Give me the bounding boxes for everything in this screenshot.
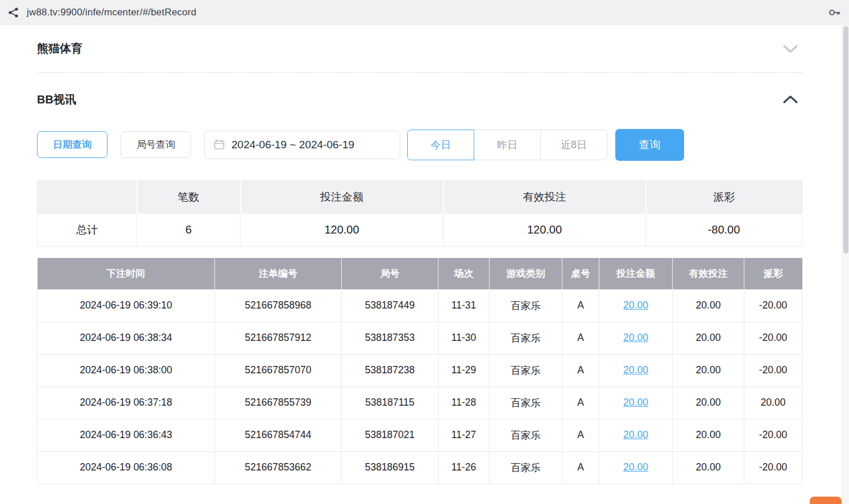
table-no-cell: A	[562, 386, 599, 419]
col-round-no: 局号	[342, 258, 438, 289]
round-no-cell: 538187021	[342, 419, 438, 451]
scrollbar-thumb[interactable]	[843, 26, 848, 253]
search-button[interactable]: 查询	[615, 129, 684, 161]
section-bb-video[interactable]: BB视讯	[37, 73, 802, 126]
today-button[interactable]: 今日	[407, 130, 474, 160]
chevron-up-icon[interactable]	[779, 93, 802, 106]
round-query-tab[interactable]: 局号查询	[121, 131, 191, 158]
summary-total-label: 总计	[38, 214, 137, 247]
table-no-cell: A	[562, 322, 599, 354]
bet-id-cell: 521667853662	[215, 451, 342, 484]
bet-time-cell: 2024-06-19 06:36:08	[38, 451, 215, 484]
session-cell: 11-31	[438, 289, 490, 322]
bet-amount-link[interactable]: 20.00	[623, 397, 648, 408]
session-cell: 11-28	[438, 386, 490, 419]
payout-cell: -20.00	[744, 419, 802, 451]
bet-time-cell: 2024-06-19 06:38:00	[38, 354, 215, 386]
records-header-row: 下注时间 注单编号 局号 场次 游戏类别 桌号 投注金额 有效投注 派彩	[38, 258, 802, 289]
table-row: 2024-06-19 06:36:08 521667853662 5381869…	[38, 451, 802, 484]
section-title-bb: BB视讯	[37, 92, 76, 107]
col-session: 场次	[438, 258, 490, 289]
bet-record-page: 熊猫体育 BB视讯 日期查询 局号查询	[0, 25, 842, 484]
quick-range-group: 今日 昨日 近8日	[407, 130, 607, 160]
summary-count-value: 6	[137, 214, 241, 247]
date-range-value: 2024-06-19 ~ 2024-06-19	[231, 139, 354, 151]
round-no-cell: 538187238	[342, 354, 438, 386]
summary-header-bet: 投注金额	[241, 181, 444, 214]
session-cell: 11-26	[438, 451, 490, 484]
payout-cell: -20.00	[744, 289, 802, 322]
bet-time-cell: 2024-06-19 06:38:34	[38, 322, 215, 354]
round-no-cell: 538187353	[342, 322, 438, 354]
vertical-scrollbar[interactable]	[842, 25, 849, 504]
summary-header-valid: 有效投注	[444, 181, 646, 214]
bet-amount-link[interactable]: 20.00	[623, 299, 648, 311]
payout-cell: -20.00	[744, 354, 802, 386]
bet-id-cell: 521667857070	[215, 354, 342, 386]
game-type-cell: 百家乐	[490, 354, 562, 386]
bet-amount-cell: 20.00	[599, 419, 673, 451]
col-bet-time: 下注时间	[38, 258, 215, 289]
col-bet-amount: 投注金额	[599, 258, 673, 289]
valid-bet-cell: 20.00	[673, 386, 744, 419]
payout-cell: -20.00	[744, 322, 802, 354]
bet-amount-cell: 20.00	[599, 289, 673, 322]
bet-amount-link[interactable]: 20.00	[623, 429, 648, 440]
table-no-cell: A	[562, 419, 599, 451]
table-row: 2024-06-19 06:38:34 521667857912 5381873…	[38, 322, 802, 354]
bet-amount-cell: 20.00	[599, 386, 673, 419]
game-type-cell: 百家乐	[490, 386, 562, 419]
bet-amount-link[interactable]: 20.00	[623, 332, 648, 343]
game-type-cell: 百家乐	[490, 451, 562, 484]
summary-header-row: 笔数 投注金额 有效投注 派彩	[38, 181, 802, 214]
col-table-no: 桌号	[562, 258, 599, 289]
bet-id-cell: 521667857912	[215, 322, 342, 354]
session-cell: 11-29	[438, 354, 490, 386]
filter-toolbar: 日期查询 局号查询 2024-06-19 ~ 2024-06-19 今日 昨日 …	[37, 128, 802, 161]
table-row: 2024-06-19 06:38:00 521667857070 5381872…	[38, 354, 802, 386]
summary-valid-value: 120.00	[444, 214, 646, 247]
bet-amount-link[interactable]: 20.00	[623, 364, 648, 376]
bet-time-cell: 2024-06-19 06:36:43	[38, 419, 215, 451]
floating-chat-button[interactable]	[810, 497, 842, 504]
bet-amount-link[interactable]: 20.00	[623, 461, 648, 473]
payout-cell: -20.00	[744, 451, 802, 484]
summary-bet-value: 120.00	[241, 214, 444, 247]
summary-total-row: 总计 6 120.00 120.00 -80.00	[38, 214, 802, 247]
last-8-days-button[interactable]: 近8日	[540, 130, 607, 160]
payout-cell: 20.00	[744, 386, 802, 419]
valid-bet-cell: 20.00	[673, 419, 744, 451]
date-range-picker[interactable]: 2024-06-19 ~ 2024-06-19	[204, 131, 400, 159]
bet-id-cell: 521667854744	[215, 419, 342, 451]
bet-time-cell: 2024-06-19 06:37:18	[38, 386, 215, 419]
game-type-cell: 百家乐	[490, 419, 562, 451]
section-panda-sports[interactable]: 熊猫体育	[37, 25, 802, 73]
round-no-cell: 538186915	[342, 451, 438, 484]
bet-amount-cell: 20.00	[599, 322, 673, 354]
share-icon[interactable]	[8, 7, 19, 18]
bet-time-cell: 2024-06-19 06:39:10	[38, 289, 215, 322]
key-icon[interactable]	[827, 6, 841, 19]
valid-bet-cell: 20.00	[673, 289, 744, 322]
valid-bet-cell: 20.00	[673, 451, 744, 484]
bet-amount-cell: 20.00	[599, 354, 673, 386]
session-cell: 11-27	[438, 419, 490, 451]
bet-records-table: 下注时间 注单编号 局号 场次 游戏类别 桌号 投注金额 有效投注 派彩 202…	[37, 258, 802, 484]
url-text[interactable]: jw88.tv:9900/infe/mcenter/#/betRecord	[27, 7, 196, 18]
chevron-down-icon[interactable]	[779, 42, 802, 56]
summary-header-empty	[38, 181, 137, 214]
col-valid-bet: 有效投注	[673, 258, 744, 289]
game-type-cell: 百家乐	[490, 322, 562, 354]
yesterday-button[interactable]: 昨日	[474, 130, 541, 160]
summary-header-count: 笔数	[137, 181, 241, 214]
col-game-type: 游戏类别	[490, 258, 562, 289]
col-bet-id: 注单编号	[215, 258, 342, 289]
summary-table: 笔数 投注金额 有效投注 派彩 总计 6 120.00 120.00 -80.0…	[37, 180, 802, 247]
table-row: 2024-06-19 06:37:18 521667855739 5381871…	[38, 386, 802, 419]
round-no-cell: 538187115	[342, 386, 438, 419]
date-query-tab[interactable]: 日期查询	[37, 131, 107, 158]
game-type-cell: 百家乐	[490, 289, 562, 322]
col-payout: 派彩	[744, 258, 802, 289]
bet-id-cell: 521667858968	[215, 289, 342, 322]
bet-amount-cell: 20.00	[599, 451, 673, 484]
